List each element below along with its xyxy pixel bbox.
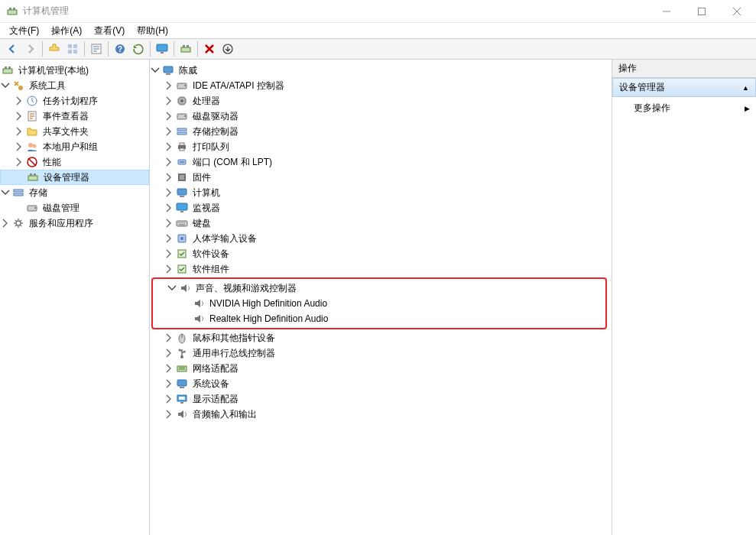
back-button[interactable] — [4, 41, 21, 57]
expand-icon[interactable] — [164, 218, 174, 229]
device-software-components[interactable]: 软件组件 — [150, 261, 612, 277]
properties-button[interactable] — [88, 41, 105, 57]
up-button[interactable] — [46, 41, 63, 57]
device-network-adapters[interactable]: 网络适配器 — [150, 361, 612, 376]
device-storage-controllers[interactable]: 存储控制器 — [150, 124, 612, 139]
close-button[interactable] — [719, 0, 754, 23]
device-firmware[interactable]: 固件 — [150, 170, 612, 185]
more-actions[interactable]: 更多操作 ▶ — [612, 97, 756, 119]
tree-event-viewer[interactable]: 事件查看器 — [0, 109, 149, 124]
event-icon — [26, 110, 38, 122]
expand-icon[interactable] — [14, 141, 24, 152]
help-button[interactable] — [112, 41, 128, 57]
tree-label: 共享文件夹 — [41, 125, 90, 139]
expand-icon[interactable] — [164, 96, 174, 106]
collapse-icon[interactable] — [0, 187, 11, 198]
device-keyboards[interactable]: 键盘 — [150, 216, 612, 231]
tree-task-scheduler[interactable]: 任务计划程序 — [0, 93, 149, 109]
tree-storage[interactable]: 存储 — [0, 185, 149, 200]
disk-icon — [176, 110, 188, 122]
expand-icon[interactable] — [164, 248, 174, 259]
expand-icon[interactable] — [164, 409, 174, 420]
device-ports[interactable]: 端口 (COM 和 LPT) — [150, 154, 612, 170]
expand-icon[interactable] — [14, 126, 24, 137]
expand-icon[interactable] — [164, 332, 174, 343]
menu-file[interactable]: 文件(F) — [3, 23, 45, 39]
device-software-devices[interactable]: 软件设备 — [150, 246, 612, 261]
speaker-icon — [193, 297, 205, 310]
speaker-icon — [193, 313, 205, 325]
device-ide-controllers[interactable]: IDE ATA/ATAPI 控制器 — [150, 78, 612, 93]
tree-label: 本地用户和组 — [41, 140, 99, 154]
menu-action[interactable]: 操作(A) — [45, 23, 88, 39]
update-driver-button[interactable] — [177, 41, 194, 57]
tree-root-computer-management[interactable]: 计算机管理(本地) — [0, 63, 149, 78]
device-root[interactable]: 陈威 — [150, 63, 612, 78]
uninstall-device-button[interactable] — [201, 41, 218, 57]
expand-icon[interactable] — [164, 363, 174, 374]
expand-icon[interactable] — [164, 80, 174, 91]
titlebar: 计算机管理 — [0, 0, 756, 23]
collapse-icon[interactable] — [150, 65, 161, 76]
device-disk-drives[interactable]: 磁盘驱动器 — [150, 109, 612, 124]
device-hid[interactable]: 人体学输入设备 — [150, 231, 612, 246]
device-monitors[interactable]: 监视器 — [150, 200, 612, 216]
tree-disk-management[interactable]: 磁盘管理 — [0, 200, 149, 216]
maximize-button[interactable] — [684, 0, 719, 23]
tree-label: 网络适配器 — [191, 362, 240, 376]
disable-device-button[interactable] — [219, 41, 236, 57]
tree-local-users[interactable]: 本地用户和组 — [0, 139, 149, 154]
device-system-devices[interactable]: 系统设备 — [150, 376, 612, 391]
svg-rect-49 — [699, 8, 706, 15]
expand-icon[interactable] — [14, 157, 24, 167]
show-hide-tree-button[interactable] — [64, 41, 81, 57]
device-usb-controllers[interactable]: 通用串行总线控制器 — [150, 345, 612, 361]
expand-icon[interactable] — [164, 378, 174, 389]
tree-shared-folders[interactable]: 共享文件夹 — [0, 124, 149, 139]
tree-label: 声音、视频和游戏控制器 — [194, 281, 298, 296]
actions-title-row[interactable]: 设备管理器 ▲ — [612, 78, 756, 97]
expand-icon[interactable] — [164, 172, 174, 183]
expand-icon[interactable] — [164, 203, 174, 213]
console-tree[interactable]: 计算机管理(本地) 系统工具 任务计划程序 事件查看器 — [0, 60, 149, 234]
tree-performance[interactable]: 性能 — [0, 154, 149, 170]
expand-icon[interactable] — [164, 111, 174, 122]
expand-icon[interactable] — [164, 187, 174, 198]
scan-button[interactable] — [154, 41, 170, 57]
minimize-button[interactable] — [649, 0, 684, 23]
expand-icon[interactable] — [164, 126, 174, 137]
device-processors[interactable]: 处理器 — [150, 93, 612, 109]
collapse-icon[interactable] — [0, 80, 11, 91]
expand-icon[interactable] — [164, 141, 174, 152]
device-audio-io[interactable]: 音频输入和输出 — [150, 407, 612, 422]
device-tree[interactable]: 陈威 IDE ATA/ATAPI 控制器 处理器 磁盘驱动器 存储控制器 打印队… — [150, 60, 612, 425]
keyboard-icon — [176, 217, 188, 229]
expand-icon[interactable] — [164, 348, 174, 358]
expand-icon[interactable] — [164, 157, 174, 167]
expand-icon[interactable] — [164, 233, 174, 244]
expand-icon[interactable] — [14, 111, 24, 122]
device-nvidia-audio[interactable]: NVIDIA High Definition Audio — [153, 296, 605, 311]
device-realtek-audio[interactable]: Realtek High Definition Audio — [153, 311, 605, 326]
device-computer[interactable]: 计算机 — [150, 185, 612, 200]
expand-icon[interactable] — [164, 264, 174, 274]
tree-device-manager[interactable]: 设备管理器 — [0, 170, 149, 185]
tree-label: 音频输入和输出 — [191, 407, 258, 422]
menu-help[interactable]: 帮助(H) — [131, 23, 174, 39]
collapse-icon[interactable] — [167, 283, 177, 293]
tree-services-apps[interactable]: 服务和应用程序 — [0, 216, 149, 231]
device-print-queues[interactable]: 打印队列 — [150, 139, 612, 154]
forward-button[interactable] — [22, 41, 39, 57]
expand-icon[interactable] — [164, 394, 174, 404]
refresh-button[interactable] — [130, 41, 147, 57]
computer-icon — [176, 186, 188, 199]
highlight-annotation: 声音、视频和游戏控制器 NVIDIA High Definition Audio… — [151, 277, 607, 329]
expand-icon[interactable] — [14, 96, 24, 106]
device-mice[interactable]: 鼠标和其他指针设备 — [150, 330, 612, 345]
gear-icon — [12, 217, 24, 229]
device-display-adapters[interactable]: 显示适配器 — [150, 391, 612, 407]
menu-view[interactable]: 查看(V) — [88, 23, 131, 39]
device-sound-controllers[interactable]: 声音、视频和游戏控制器 — [153, 280, 605, 296]
expand-icon[interactable] — [0, 218, 11, 229]
tree-system-tools[interactable]: 系统工具 — [0, 78, 149, 93]
